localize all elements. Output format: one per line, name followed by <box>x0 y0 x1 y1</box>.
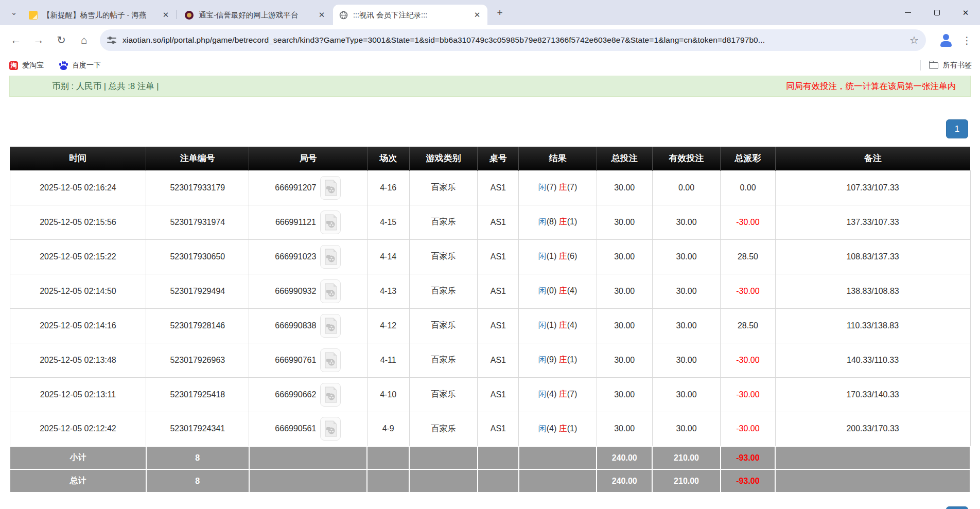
grand-total-row: 总计8240.00210.00-93.00 <box>10 469 970 493</box>
session-cell: 4-15 <box>367 205 409 239</box>
remark-cell: 140.33/110.33 <box>775 343 970 377</box>
pagination-bottom-page-1-button[interactable]: 1 <box>946 506 968 509</box>
video-replay-icon[interactable] <box>320 383 341 407</box>
round-number: 666990838 <box>275 321 316 330</box>
taobao-icon: 淘 <box>9 61 18 70</box>
bookmark-label: 百度一下 <box>72 61 101 70</box>
tab-close-icon[interactable]: ✕ <box>161 10 171 20</box>
player-result: 闲 <box>538 252 547 260</box>
reload-icon[interactable]: ↻ <box>52 31 70 49</box>
video-replay-icon[interactable] <box>320 314 341 338</box>
banker-points: (1) <box>567 424 577 433</box>
result-cell: 闲(4) 庄(1) <box>519 412 597 446</box>
video-replay-icon[interactable] <box>320 417 341 441</box>
profile-avatar-icon[interactable] <box>938 32 954 48</box>
table-number-cell: AS1 <box>478 343 519 377</box>
total-bet-link[interactable]: 30.00 <box>597 343 652 377</box>
site-settings-icon[interactable] <box>107 37 116 44</box>
maximize-button[interactable] <box>922 0 951 25</box>
bookmark-label: 爱淘宝 <box>22 61 44 70</box>
video-replay-icon[interactable] <box>320 245 341 269</box>
banker-points: (1) <box>567 217 577 226</box>
new-tab-button[interactable]: + <box>493 6 506 20</box>
round-number: 666991023 <box>275 252 316 261</box>
bet-id-cell: 523017929494 <box>146 274 249 308</box>
bet-id-cell: 523017926963 <box>146 343 249 377</box>
remark-cell: 200.33/170.33 <box>775 412 970 446</box>
home-icon[interactable]: ⌂ <box>75 31 93 49</box>
video-replay-icon[interactable] <box>320 210 341 234</box>
minimize-button[interactable] <box>894 0 922 25</box>
close-button[interactable]: ✕ <box>951 0 980 25</box>
player-result: 闲 <box>538 321 547 329</box>
browser-tab-1[interactable]: 【新提醒】杨雪儿的帖子 - 海燕 ✕ <box>23 5 176 25</box>
remark-cell: 170.33/140.33 <box>775 377 970 412</box>
remark-cell: 107.33/107.33 <box>775 170 970 205</box>
session-cell: 4-9 <box>367 412 409 446</box>
video-replay-icon[interactable] <box>320 176 341 200</box>
back-icon[interactable]: ← <box>7 31 25 49</box>
bet-id-cell: 523017930650 <box>146 239 249 274</box>
pagination-page-1-button[interactable]: 1 <box>946 119 968 138</box>
player-result: 闲 <box>538 217 547 226</box>
total-bet-link[interactable]: 30.00 <box>597 308 652 343</box>
bookmark-aitaobao[interactable]: 淘 爱淘宝 <box>9 61 44 70</box>
summary-empty-cell <box>519 446 597 469</box>
summary-label-cell: 总计 <box>10 469 146 493</box>
remark-cell: 137.33/107.33 <box>775 205 970 239</box>
payout-cell: -30.00 <box>721 205 775 239</box>
bet-id-cell: 523017928146 <box>146 308 249 343</box>
url-text[interactable]: xiaotian.so/ipl/portal.php/game/betrecor… <box>122 36 904 45</box>
summary-empty-cell <box>478 446 519 469</box>
browser-tab-3-active[interactable]: :::视讯 会员下注纪录::: ✕ <box>333 5 487 25</box>
result-cell: 闲(9) 庄(1) <box>519 343 597 377</box>
result-cell: 闲(8) 庄(1) <box>519 205 597 239</box>
table-number-cell: AS1 <box>478 239 519 274</box>
total-bet-link[interactable]: 30.00 <box>597 205 652 239</box>
forward-icon[interactable]: → <box>30 31 47 49</box>
column-header-9: 总派彩 <box>721 147 775 170</box>
payout-cell: -30.00 <box>721 412 775 446</box>
currency-info-bar: 币别 : 人民币 | 总共 :8 注单 | 同局有效投注，统一计算在该局第一张注… <box>9 76 971 97</box>
bookmark-baidu[interactable]: 百度一下 <box>59 61 101 70</box>
banker-result: 庄 <box>559 390 567 398</box>
session-cell: 4-12 <box>367 308 409 343</box>
banker-points: (4) <box>567 286 577 295</box>
player-points: (8) <box>547 217 557 226</box>
video-replay-icon[interactable] <box>320 348 341 372</box>
total-bet-link[interactable]: 30.00 <box>597 239 652 274</box>
round-cell: 666990561 <box>249 412 367 446</box>
session-cell: 4-14 <box>367 239 409 274</box>
tab-search-chevron-icon[interactable]: ⌄ <box>7 6 21 20</box>
remark-cell: 138.83/108.83 <box>775 274 970 308</box>
currency-summary-text: 币别 : 人民币 | 总共 :8 注单 | <box>52 81 159 92</box>
browser-toolbar: ← → ↻ ⌂ xiaotian.so/ipl/portal.php/game/… <box>0 25 980 55</box>
round-cell: 666990838 <box>249 308 367 343</box>
column-header-6: 结果 <box>519 147 597 170</box>
table-body: 2025-12-05 02:16:24523017933179666991207… <box>10 170 970 493</box>
summary-empty-cell <box>409 446 477 469</box>
total-bet-link[interactable]: 30.00 <box>597 170 652 205</box>
column-header-3: 场次 <box>367 147 409 170</box>
result-cell: 闲(1) 庄(4) <box>519 308 597 343</box>
total-bet-link[interactable]: 30.00 <box>597 274 652 308</box>
all-bookmarks[interactable]: 所有书签 <box>920 60 975 71</box>
game-type-cell: 百家乐 <box>409 170 477 205</box>
bet-id-cell: 523017925418 <box>146 377 249 412</box>
tab-close-icon[interactable]: ✕ <box>472 10 482 20</box>
address-bar[interactable]: xiaotian.so/ipl/portal.php/game/betrecor… <box>100 29 926 51</box>
browser-tab-2[interactable]: 通宝-信誉最好的网上游戏平台 ✕ <box>179 5 332 25</box>
banker-points: (7) <box>567 390 577 398</box>
total-bet-link[interactable]: 30.00 <box>597 377 652 412</box>
browser-menu-icon[interactable]: ⋮ <box>962 34 972 46</box>
banker-result: 庄 <box>559 355 567 364</box>
tab-close-icon[interactable]: ✕ <box>317 10 327 20</box>
player-points: (4) <box>547 390 557 398</box>
game-type-cell: 百家乐 <box>409 308 477 343</box>
payout-cell: -30.00 <box>721 343 775 377</box>
bookmark-star-icon[interactable]: ☆ <box>909 34 919 46</box>
browser-tab-strip: ⌄ 【新提醒】杨雪儿的帖子 - 海燕 ✕ 通宝-信誉最好的网上游戏平台 ✕ ::… <box>0 0 980 25</box>
total-bet-link[interactable]: 30.00 <box>597 412 652 446</box>
video-replay-icon[interactable] <box>320 279 341 303</box>
time-cell: 2025-12-05 02:15:56 <box>10 205 146 239</box>
